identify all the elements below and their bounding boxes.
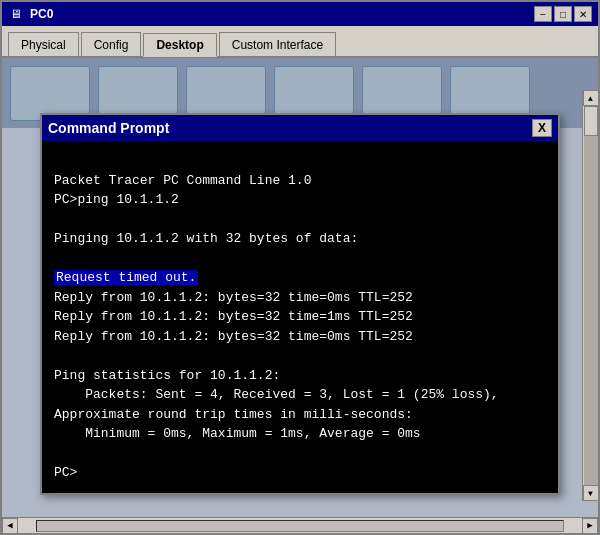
scroll-down-button[interactable]: ▼ [583, 485, 599, 501]
cmd-line-0 [54, 151, 546, 171]
scroll-track [584, 106, 598, 485]
close-button[interactable]: ✕ [574, 6, 592, 22]
cmd-line-7: Reply from 10.1.1.2: bytes=32 time=0ms T… [54, 288, 546, 308]
timeout-highlight: Request timed out. [54, 270, 198, 285]
window-title: PC0 [30, 7, 53, 21]
cmd-line-4: Pinging 10.1.1.2 with 32 bytes of data: [54, 229, 546, 249]
tab-custom-interface[interactable]: Custom Interface [219, 32, 336, 56]
title-bar-left: 🖥 PC0 [8, 6, 53, 22]
title-bar: 🖥 PC0 − □ ✕ [2, 2, 598, 26]
scroll-left-button[interactable]: ◀ [2, 518, 18, 534]
window-icon: 🖥 [8, 6, 24, 22]
bottom-scrollbar[interactable]: ◀ ▶ [2, 517, 598, 533]
cmd-line-6: Request timed out. [54, 268, 546, 288]
cmd-body[interactable]: Packet Tracer PC Command Line 1.0 PC>pin… [42, 141, 558, 493]
scroll-thumb[interactable] [584, 106, 598, 136]
command-prompt-dialog: Command Prompt X Packet Tracer PC Comman… [40, 113, 560, 495]
cmd-line-12: Packets: Sent = 4, Received = 3, Lost = … [54, 385, 546, 405]
cmd-title-bar: Command Prompt X [42, 115, 558, 141]
cmd-line-13: Approximate round trip times in milli-se… [54, 405, 546, 425]
cmd-line-5 [54, 249, 546, 269]
cmd-line-10 [54, 346, 546, 366]
tab-config[interactable]: Config [81, 32, 142, 56]
right-scrollbar[interactable]: ▲ ▼ [582, 90, 598, 501]
cmd-line-1: Packet Tracer PC Command Line 1.0 [54, 171, 546, 191]
tab-physical[interactable]: Physical [8, 32, 79, 56]
cmd-line-14: Minimum = 0ms, Maximum = 1ms, Average = … [54, 424, 546, 444]
window-controls: − □ ✕ [534, 6, 592, 22]
cmd-line-11: Ping statistics for 10.1.1.2: [54, 366, 546, 386]
cmd-line-15 [54, 444, 546, 464]
scroll-right-button[interactable]: ▶ [582, 518, 598, 534]
main-window: 🖥 PC0 − □ ✕ Physical Config Desktop Cust… [0, 0, 600, 535]
cmd-prompt-line: PC> [54, 463, 546, 483]
cmd-line-9: Reply from 10.1.1.2: bytes=32 time=0ms T… [54, 327, 546, 347]
tab-bar: Physical Config Desktop Custom Interface [2, 26, 598, 58]
horizontal-scrollbar-track [36, 520, 564, 532]
cmd-close-button[interactable]: X [532, 119, 552, 137]
minimize-button[interactable]: − [534, 6, 552, 22]
tab-desktop[interactable]: Desktop [143, 33, 216, 57]
main-content: Command Prompt X Packet Tracer PC Comman… [2, 58, 598, 517]
maximize-button[interactable]: □ [554, 6, 572, 22]
cmd-line-3 [54, 210, 546, 230]
cmd-title-text: Command Prompt [48, 120, 169, 136]
scroll-up-button[interactable]: ▲ [583, 90, 599, 106]
cmd-line-8: Reply from 10.1.1.2: bytes=32 time=1ms T… [54, 307, 546, 327]
cmd-line-2: PC>ping 10.1.1.2 [54, 190, 546, 210]
